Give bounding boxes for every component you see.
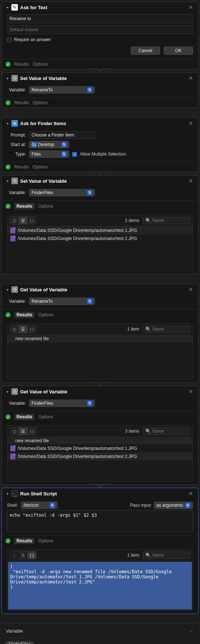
options-tab[interactable]: Options xyxy=(38,414,53,419)
require-answer-checkbox[interactable] xyxy=(7,37,12,42)
variable-select[interactable]: FinderFiles ⇅ xyxy=(29,400,95,407)
results-tab[interactable]: Results xyxy=(14,414,34,420)
search-icon: 🔍 xyxy=(145,553,151,558)
close-icon[interactable]: ✕ xyxy=(187,4,195,10)
variable-select[interactable]: RenameTo ⇅ xyxy=(29,298,95,305)
result-row[interactable]: /Volumes/Data SSD/Google Drive/temp/auto… xyxy=(7,234,193,243)
results-count: 1 item xyxy=(127,327,139,332)
close-icon[interactable]: ✕ xyxy=(187,389,195,394)
action-run-shell-script[interactable]: ▾ ›_ Run Shell Script ✕ Shell: /bin/zsh … xyxy=(1,488,199,614)
disclosure-icon[interactable]: ▾ xyxy=(5,179,9,183)
list-view-button[interactable]: ☰ xyxy=(19,217,27,224)
chevron-updown-icon: ⇅ xyxy=(62,152,67,157)
results-tab[interactable]: Results xyxy=(14,100,29,105)
close-icon[interactable]: ✕ xyxy=(187,491,195,496)
result-row[interactable]: /Volumes/Data SSD/Google Drive/temp/auto… xyxy=(7,452,193,461)
options-tab[interactable]: Options xyxy=(33,62,48,67)
disclosure-icon[interactable]: ▾ xyxy=(5,390,9,393)
action-title: Ask for Text xyxy=(20,5,185,10)
source-view-button[interactable]: { } xyxy=(27,427,36,435)
action-get-value-of-variable[interactable]: ▾ ⚙ Get Value of Variable ✕ Variable: Re… xyxy=(1,284,199,383)
result-row[interactable]: /Volumes/Data SSD/Google Drive/temp/auto… xyxy=(7,226,193,234)
results-search-input[interactable]: 🔍 Name xyxy=(143,427,190,435)
chevron-up-icon[interactable]: ︿ xyxy=(189,627,194,634)
type-select[interactable]: Files ⇅ xyxy=(29,150,69,158)
default-answer-input[interactable]: Default Answer xyxy=(7,25,193,34)
results-search-input[interactable]: 🔍 Name xyxy=(143,217,190,224)
cancel-button[interactable]: Cancel xyxy=(131,47,160,55)
results-tab[interactable]: Results xyxy=(14,62,29,67)
disclosure-icon[interactable]: ▾ xyxy=(5,121,9,125)
results-count: 1 item xyxy=(127,553,139,558)
action-get-value-of-variable[interactable]: ▾ ⚙ Get Value of Variable ✕ Variable: Fi… xyxy=(1,386,199,485)
shell-label: Shell: xyxy=(7,503,18,508)
allow-multiple-checkbox[interactable]: ✓ xyxy=(72,152,77,157)
close-icon[interactable]: ✕ xyxy=(187,75,195,81)
close-icon[interactable]: ✕ xyxy=(187,178,195,184)
options-tab[interactable]: Options xyxy=(38,312,53,317)
automator-icon: ⚙ xyxy=(11,388,18,395)
results-pane: ◫ ☰ { } 1 item 🔍 Name ( "exiftool -d -ar… xyxy=(7,549,193,611)
require-answer-label: Require an answer xyxy=(14,37,51,42)
list-view-button[interactable]: ☰ xyxy=(19,325,27,333)
results-tab[interactable]: Results xyxy=(14,538,34,544)
shell-select[interactable]: /bin/zsh ⇅ xyxy=(21,502,58,509)
prompt-input[interactable]: Choose a Finder Item: xyxy=(29,131,95,139)
pass-input-label: Pass input: xyxy=(130,503,152,508)
options-tab[interactable]: Options xyxy=(33,164,48,170)
icon-view-button[interactable]: ◫ xyxy=(10,552,19,559)
automator-icon: ✎ xyxy=(11,4,18,11)
automator-icon: ⚙ xyxy=(11,286,18,293)
script-textarea[interactable]: echo "exiftool -d -args $1" $2 $3 xyxy=(7,510,193,532)
action-set-value-of-variable[interactable]: ▾ ⚙ Set Value of Variable ✕ Variable: Fi… xyxy=(1,175,199,274)
disclosure-icon[interactable]: ▾ xyxy=(5,76,9,80)
source-view-button[interactable]: { } xyxy=(27,217,36,224)
action-set-value-of-variable[interactable]: ▾ ⚙ Set Value of Variable ✕ Variable: Re… xyxy=(1,72,199,108)
result-row[interactable]: /Volumes/Data SSD/Google Drive/temp/auto… xyxy=(7,444,193,452)
action-ask-for-text[interactable]: ▾ ✎ Ask for Text ✕ Rename to Default Ans… xyxy=(1,1,199,69)
disclosure-icon[interactable]: ▾ xyxy=(5,492,9,495)
disclosure-icon[interactable]: ▾ xyxy=(5,288,9,291)
icon-view-button[interactable]: ◫ xyxy=(10,217,19,224)
icon-view-button[interactable]: ◫ xyxy=(10,325,19,333)
results-output[interactable]: ( "exiftool -d -args new renamed file /V… xyxy=(8,562,192,610)
source-view-button[interactable]: { } xyxy=(27,325,36,333)
results-search-input[interactable]: 🔍 Name xyxy=(143,552,190,559)
options-tab[interactable]: Options xyxy=(38,538,53,543)
variable-label: Variable: xyxy=(7,87,26,92)
startat-select[interactable]: Desktop ⇅ xyxy=(29,141,69,148)
allow-multiple-label: Allow Multiple Selection xyxy=(80,152,126,157)
question-input[interactable]: Rename to xyxy=(7,14,193,23)
chevron-updown-icon: ⇅ xyxy=(50,503,55,508)
ok-button[interactable]: OK xyxy=(164,47,193,55)
close-icon[interactable]: ✕ xyxy=(187,287,195,292)
icon-view-button[interactable]: ◫ xyxy=(10,427,19,435)
close-icon[interactable]: ✕ xyxy=(187,120,195,126)
search-icon: 🔍 xyxy=(145,218,151,223)
action-ask-for-finder-items[interactable]: ▾ ☻ Ask for Finder Items ✕ Prompt: Choos… xyxy=(1,117,199,172)
variable-select[interactable]: FinderFiles ⇅ xyxy=(29,189,95,196)
options-tab[interactable]: Options xyxy=(38,204,53,209)
result-row[interactable]: new renamed file xyxy=(7,437,193,444)
variable-select[interactable]: RenameTo ⇅ xyxy=(29,86,95,94)
status-success-icon: ✓ xyxy=(5,312,11,317)
results-tab[interactable]: Results xyxy=(14,203,34,210)
variable-label: Variable: xyxy=(7,401,26,406)
search-icon: 🔍 xyxy=(145,429,151,434)
result-row[interactable]: new renamed file xyxy=(7,335,193,342)
variable-pill[interactable]: FinderFiles xyxy=(5,641,34,644)
list-view-button[interactable]: ☰ xyxy=(19,427,27,435)
pass-input-select[interactable]: as arguments ⇅ xyxy=(154,502,193,509)
results-tab[interactable]: Results xyxy=(14,164,29,170)
action-title: Ask for Finder Items xyxy=(20,121,185,126)
results-search-input[interactable]: 🔍 Name xyxy=(143,325,190,333)
options-tab[interactable]: Options xyxy=(33,100,48,105)
automator-icon: ⚙ xyxy=(11,178,18,184)
chevron-updown-icon: ⇅ xyxy=(87,87,92,92)
results-tab[interactable]: Results xyxy=(14,312,34,318)
source-view-button[interactable]: { } xyxy=(27,552,36,559)
disclosure-icon[interactable]: ▾ xyxy=(5,6,9,9)
list-view-button[interactable]: ☰ xyxy=(19,552,27,559)
status-success-icon: ✓ xyxy=(5,204,11,209)
variable-label: Variable: xyxy=(7,190,26,195)
